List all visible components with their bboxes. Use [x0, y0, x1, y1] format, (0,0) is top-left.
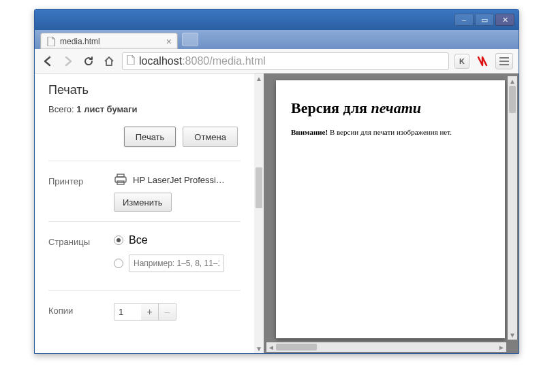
address-bar[interactable]: localhost:8080/media.html	[122, 52, 449, 70]
window-minimize-button[interactable]: –	[454, 14, 474, 26]
preview-warn-rest: В версии для печати изображения нет.	[328, 128, 452, 136]
scroll-thumb[interactable]	[509, 86, 516, 113]
preview-heading-normal: Версия для	[291, 99, 371, 116]
pages-range-radio[interactable]	[114, 259, 123, 268]
scroll-right-icon[interactable]: ►	[497, 342, 506, 352]
print-panel-scrollbar[interactable]: ▲ ▼	[254, 74, 264, 353]
printer-section: Принтер HP LaserJet Professi… Изменить	[48, 161, 241, 221]
copies-label: Копии	[48, 303, 114, 321]
pages-label: Страницы	[48, 234, 114, 280]
scroll-thumb[interactable]	[256, 167, 262, 208]
preview-paragraph: Внимание! В версии для печати изображени…	[291, 128, 490, 136]
pages-section: Страницы Все	[48, 221, 241, 290]
window-close-button[interactable]: ✕	[495, 14, 514, 26]
print-total: Всего: 1 лист бумаги	[48, 104, 241, 114]
cancel-button[interactable]: Отмена	[183, 127, 238, 147]
pages-range-input[interactable]	[129, 255, 224, 272]
scroll-up-icon[interactable]: ▲	[254, 74, 264, 83]
pages-range-row	[114, 255, 241, 272]
url-text: localhost:8080/media.html	[139, 55, 266, 67]
copies-stepper: + –	[114, 303, 241, 321]
extension-k-button[interactable]: K	[454, 54, 469, 69]
print-panel: Печать Всего: 1 лист бумаги Печать Отмен…	[35, 74, 264, 353]
preview-scrollbar-vertical[interactable]: ▲ ▼	[508, 76, 517, 340]
scroll-thumb[interactable]	[276, 344, 317, 350]
copies-minus-button[interactable]: –	[159, 303, 176, 321]
content-area: Печать Всего: 1 лист бумаги Печать Отмен…	[35, 74, 519, 353]
printer-name: HP LaserJet Professi…	[133, 175, 225, 185]
tab-close-icon[interactable]: ×	[166, 36, 172, 47]
preview-page: Версия для печати Внимание! В версии для…	[276, 80, 505, 338]
scroll-down-icon[interactable]: ▼	[508, 330, 517, 340]
page-icon	[46, 36, 56, 47]
url-port: :8080	[182, 55, 209, 67]
scroll-down-icon[interactable]: ▼	[254, 344, 264, 353]
page-icon	[127, 55, 135, 67]
pages-all-row: Все	[114, 234, 241, 246]
change-printer-button[interactable]: Изменить	[114, 193, 172, 212]
printer-icon	[114, 174, 127, 186]
copies-section: Копии + –	[48, 290, 241, 330]
copies-plus-button[interactable]: +	[141, 303, 159, 321]
print-title: Печать	[48, 83, 241, 97]
print-actions: Печать Отмена	[48, 127, 241, 147]
tab-strip: media.html ×	[35, 30, 519, 49]
nav-reload-button[interactable]	[81, 54, 96, 69]
preview-heading: Версия для печати	[291, 99, 490, 117]
scroll-left-icon[interactable]: ◄	[266, 342, 276, 352]
tab-title: media.html	[60, 37, 162, 46]
window-titlebar: – ▭ ✕	[35, 10, 519, 30]
print-total-prefix: Всего:	[48, 104, 76, 114]
printer-row: HP LaserJet Professi…	[114, 174, 241, 186]
printer-label: Принтер	[48, 174, 114, 212]
kaspersky-icon[interactable]	[475, 54, 490, 69]
print-button[interactable]: Печать	[124, 127, 176, 147]
print-total-value: 1 лист бумаги	[76, 104, 137, 114]
pages-all-radio[interactable]	[114, 235, 123, 245]
preview-warn-bold: Внимание!	[291, 128, 328, 136]
new-tab-button[interactable]	[182, 33, 198, 46]
toolbar: localhost:8080/media.html K	[35, 49, 519, 74]
preview-scrollbar-horizontal[interactable]: ◄ ►	[266, 342, 506, 352]
nav-back-button[interactable]	[40, 54, 55, 69]
scroll-up-icon[interactable]: ▲	[508, 76, 517, 86]
print-preview: Версия для печати Внимание! В версии для…	[264, 74, 519, 353]
menu-button[interactable]	[495, 53, 513, 69]
preview-heading-italic: печати	[371, 99, 421, 116]
url-path: /media.html	[209, 55, 266, 67]
window-maximize-button[interactable]: ▭	[475, 14, 494, 26]
nav-forward-button[interactable]	[61, 54, 76, 69]
browser-window: – ▭ ✕ media.html ×	[34, 9, 519, 354]
url-host: localhost	[139, 55, 182, 67]
browser-tab[interactable]: media.html ×	[40, 33, 178, 49]
pages-all-label: Все	[129, 234, 148, 246]
nav-home-button[interactable]	[102, 54, 117, 69]
copies-input[interactable]	[114, 303, 141, 321]
